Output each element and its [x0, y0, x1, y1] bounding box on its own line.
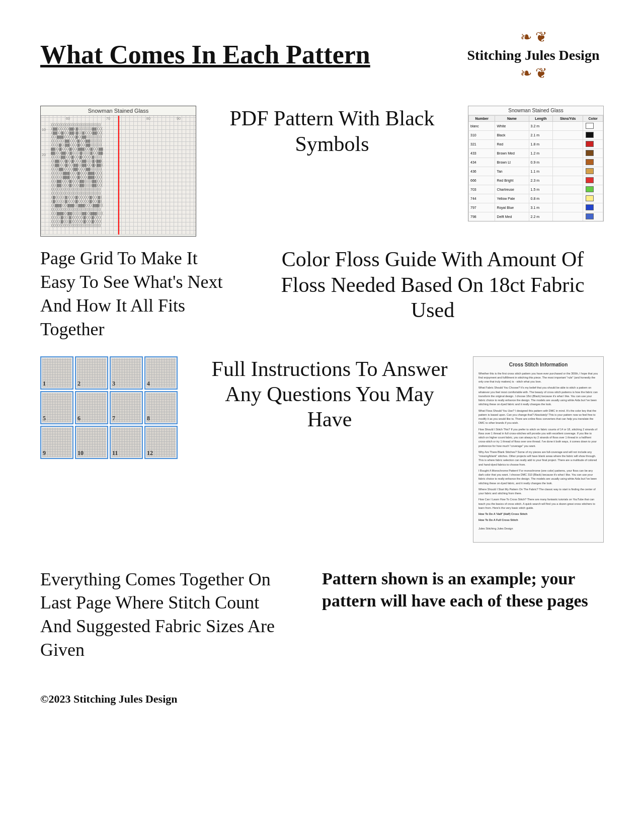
logo-area: ❧ ❦ Stitching Jules Design ❧ ❦	[463, 30, 604, 81]
instructions-body: Whether this is the first cross stitch p…	[478, 371, 598, 530]
logo-ornament-bottom: ❧ ❦	[520, 66, 547, 81]
svg-text:╳╳╳╳╳╳╳╳╳╳╳╳╳╳╳╳╳╳╳╳╳╳╳╳╳: ╳╳╳╳╳╳╳╳╳╳╳╳╳╳╳╳╳╳╳╳╳╳╳╳╳	[50, 191, 101, 195]
pattern-shown-section: Pattern shown is an example; your patter…	[292, 568, 604, 612]
pattern-image-title: Snowman Stained Glass	[41, 106, 196, 116]
thumb-num-9: 9	[43, 449, 46, 457]
instructions-paragraph-7: How Can I Learn How To Cross Stitch? The…	[478, 497, 598, 510]
svg-text:╳╳╳╳▓▓╳╳╳╳╳▓▓╳╳╳╳▓▓╳╳╳╳╳╳: ╳╳╳╳▓▓╳╳╳╳╳▓▓╳╳╳╳▓▓╳╳╳╳╳╳	[50, 167, 102, 171]
instructions-image-title: Cross Stitch Information	[478, 362, 598, 367]
cross-stitch-grid: 10 20 60 70 80 90 ╳╳╳╳╳╳╳╳╳╳╳╳╳╳╳╳╳╳╳╳╳╳…	[41, 116, 196, 235]
instructions-paragraph-3: How Should I Stitch This? If you prefer …	[478, 427, 598, 448]
floss-col-name: Name	[495, 116, 529, 122]
svg-text:╳╳╳╳╳▓▓╳╳╳▓╳╳╳▓╳╳╳╳╳▓╳╳╳╳: ╳╳╳╳╳▓▓╳╳╳▓╳╳╳▓╳╳╳╳╳▓╳╳╳╳	[50, 155, 102, 159]
svg-text:70: 70	[106, 117, 110, 120]
floss-guide-table: Number Name Length Skns/Yds Color blancW…	[468, 115, 603, 221]
full-instructions-label: Full Instructions To Answer Any Question…	[201, 356, 458, 432]
logo-text: Stitching Jules Design	[467, 46, 600, 64]
thumb-num-2: 2	[77, 380, 80, 388]
logo-line1: Stitching Jules Design	[467, 47, 600, 63]
everything-label: Everything Comes Together On Last Page W…	[40, 568, 292, 662]
pattern-image: Snowman Stained Glass	[40, 106, 196, 237]
thumb-cell-8: 8	[144, 391, 178, 424]
svg-text:20: 20	[42, 153, 46, 157]
color-floss-label: Color Floss Guide With Amount Of Floss N…	[262, 247, 604, 323]
floss-guide-title: Snowman Stained Glass	[468, 106, 603, 115]
svg-text:60: 60	[66, 117, 70, 120]
stitch-pattern-svg: 10 20 60 70 80 90 ╳╳╳╳╳╳╳╳╳╳╳╳╳╳╳╳╳╳╳╳╳╳…	[41, 116, 196, 235]
instructions-paragraph-0: Whether this is the first cross stitch p…	[478, 371, 598, 384]
instructions-paragraph-1: What Fabric Should You Choose? It's my b…	[478, 386, 598, 406]
thumb-row-1: 1 2 3 4	[40, 356, 186, 390]
svg-text:╳╳╳▓▓▓╳╳╳╳╳╳▓╳╳▓▓╳╳╳╳╳╳╳╳: ╳╳╳▓▓▓╳╳╳╳╳╳▓╳╳▓▓╳╳╳╳╳╳╳╳	[50, 135, 102, 139]
svg-text:╳╳╳╳╳╳▓▓▓╳╳╳╳▓╳╳╳╳▓▓▓╳╳╳╳: ╳╳╳╳╳╳▓▓▓╳╳╳╳▓╳╳╳╳▓▓▓╳╳╳╳	[50, 171, 103, 175]
svg-text:╳╳▓▓╳╳╳▓╳╳▓╳╳╳╳▓▓╳╳╳▓╳▓▓╳: ╳╳▓▓╳╳╳▓╳╳▓╳╳╳╳▓▓╳╳╳▓╳▓▓╳	[50, 159, 103, 163]
svg-text:╳▓▓╳╳▓╳╳╳▓▓╳▓╳╳▓╳╳╳╳▓▓╳╳╳: ╳▓▓╳╳▓╳╳╳▓▓╳▓╳╳▓╳╳╳╳▓▓╳╳╳	[50, 131, 103, 135]
svg-text:╳╳▓▓╳╳╳▓╳╳╳▓▓╳╳▓▓╳╳╳▓╳▓▓╳: ╳╳▓▓╳╳╳▓╳╳╳▓▓╳╳▓▓╳╳╳▓╳▓▓╳	[50, 163, 103, 167]
thumb-cell-4: 4	[144, 356, 178, 390]
logo-ornament-top: ❧ ❦	[520, 30, 547, 44]
svg-text:▓▓╳╳▓╳╳╳╳▓╳╳╳▓▓▓╳╳╳▓╳╳╳▓▓: ▓▓╳╳▓╳╳╳╳▓╳╳╳▓▓▓╳╳╳▓╳╳╳▓▓	[51, 147, 103, 151]
thumb-num-11: 11	[112, 449, 118, 457]
row3: 1 2 3 4 5 6 7 8 9 10 11 12	[40, 356, 604, 543]
page-grid-label: Page Grid To Make It Easy To See What's …	[40, 247, 231, 341]
thumb-num-1: 1	[43, 380, 46, 388]
svg-text:10: 10	[42, 128, 46, 131]
svg-text:╳╳╳╳╳▓╳╳╳▓╳╳╳╳╳╳▓╳╳╳▓╳╳╳╳: ╳╳╳╳╳▓╳╳╳▓╳╳╳╳╳╳▓╳╳╳▓╳╳╳╳	[50, 215, 102, 219]
how-to-half-title: How To Do A 'Half' (Half) Cross Stitch	[478, 512, 598, 516]
svg-text:╳╳╳╳╳▓╳╳╳▓╳╳╳╳╳╳▓╳╳╳▓╳╳╳╳: ╳╳╳╳╳▓╳╳╳▓╳╳╳╳╳╳▓╳╳╳▓╳╳╳╳	[50, 219, 102, 223]
floss-col-skns: Skns/Yds	[553, 116, 583, 122]
thumb-num-4: 4	[147, 380, 150, 388]
svg-text:╳╳╳╳╳╳╳╳╳╳╳╳╳╳╳╳╳╳╳╳╳╳╳╳╳: ╳╳╳╳╳╳╳╳╳╳╳╳╳╳╳╳╳╳╳╳╳╳╳╳╳	[50, 207, 101, 211]
full-instructions-section: Full Instructions To Answer Any Question…	[186, 356, 473, 432]
page-grid-section: Page Grid To Make It Easy To See What's …	[40, 247, 231, 341]
svg-text:╳╳╳▓▓╳╳╳╳▓╳╳╳╳▓▓╳╳╳╳▓▓╳╳╳: ╳╳╳▓▓╳╳╳╳▓╳╳╳╳▓▓╳╳╳╳▓▓╳╳╳	[50, 183, 103, 187]
svg-text:╳▓╳╳╳╳╳▓╳╳╳╳▓╳╳╳╳╳╳▓╳╳╳▓╳: ╳▓╳╳╳╳╳▓╳╳╳╳▓╳╳╳╳╳╳▓╳╳╳▓╳	[50, 199, 102, 203]
thumb-cell-12: 12	[144, 426, 178, 459]
thumb-row-3: 9 10 11 12	[40, 426, 186, 459]
pdf-pattern-section: PDF Pattern With Black Symbols	[196, 106, 468, 157]
pattern-grid-area: 10 20 60 70 80 90 ╳╳╳╳╳╳╳╳╳╳╳╳╳╳╳╳╳╳╳╳╳╳…	[41, 116, 196, 235]
svg-text:90: 90	[177, 117, 181, 120]
svg-text:╳╳╳╳╳╳▓▓▓╳╳╳╳▓╳╳╳╳▓▓▓╳╳╳╳: ╳╳╳╳╳╳▓▓▓╳╳╳╳▓╳╳╳╳▓▓▓╳╳╳╳	[50, 175, 103, 179]
thumb-cell-7: 7	[110, 391, 143, 424]
svg-text:80: 80	[146, 117, 150, 120]
thumb-cell-11: 11	[110, 426, 143, 459]
thumb-num-8: 8	[147, 415, 150, 422]
floss-col-number: Number	[469, 116, 495, 122]
page-title: What Comes In Each Pattern	[40, 30, 370, 69]
svg-text:╳╳╳▓▓▓╳╳▓▓╳╳╳╳╳▓▓╳╳▓▓▓╳╳╳: ╳╳╳▓▓▓╳╳▓▓╳╳╳╳╳▓▓╳╳▓▓▓╳╳╳	[50, 211, 103, 215]
pdf-pattern-label: PDF Pattern With Black Symbols	[216, 106, 448, 157]
svg-text:╳╳▓▓▓╳╳╳▓▓▓╳╳▓▓▓╳╳╳╳▓▓▓╳╳: ╳╳▓▓▓╳╳╳▓▓▓╳╳▓▓▓╳╳╳╳▓▓▓╳╳	[50, 203, 104, 207]
thumb-cell-6: 6	[75, 391, 108, 424]
footer: ©2023 Stitching Jules Design	[40, 687, 604, 706]
instructions-paragraph-4: Why Are There Blank Stitches? Some of my…	[478, 450, 598, 467]
footer-copyright: ©2023 Stitching Jules Design	[40, 693, 178, 705]
thumb-cell-1: 1	[40, 356, 73, 390]
color-floss-section: Color Floss Guide With Amount Of Floss N…	[231, 247, 604, 323]
header: What Comes In Each Pattern ❧ ❦ Stitching…	[40, 30, 604, 81]
svg-text:╳╳╳╳╳╳╳╳╳╳╳╳╳╳╳╳╳╳╳╳╳╳╳╳╳: ╳╳╳╳╳╳╳╳╳╳╳╳╳╳╳╳╳╳╳╳╳╳╳╳╳	[50, 123, 101, 127]
svg-text:╳╳╳╳╳╳╳╳╳╳╳╳╳╳╳╳╳╳╳╳╳╳╳╳╳: ╳╳╳╳╳╳╳╳╳╳╳╳╳╳╳╳╳╳╳╳╳╳╳╳╳	[50, 223, 101, 228]
thumb-num-3: 3	[112, 380, 115, 388]
instructions-signature: Jules Stitching Jules Design	[478, 526, 598, 530]
floss-col-swatch: Color	[583, 116, 603, 122]
floss-col-length: Length	[529, 116, 552, 122]
svg-text:╳▓▓╳╳╳╳╳╳▓▓╳▓╳╳╳╳╳╳╳▓▓╳╳╳: ╳▓▓╳╳╳╳╳╳▓▓╳▓╳╳╳╳╳╳╳▓▓╳╳╳	[50, 127, 103, 131]
thumb-num-10: 10	[77, 449, 84, 457]
thumbnail-grid: 1 2 3 4 5 6 7 8 9 10 11 12	[40, 356, 186, 461]
instructions-paragraph-2: What Floss Should You Use? I designed th…	[478, 409, 598, 425]
everything-section: Everything Comes Together On Last Page W…	[40, 568, 292, 662]
pattern-shown-label: Pattern shown is an example; your patter…	[322, 568, 604, 612]
svg-text:▓▓╳╳╳▓▓╳╳▓╳╳╳╳▓╳╳╳╳▓╳╳╳▓▓: ▓▓╳╳╳▓▓╳╳▓╳╳╳╳▓╳╳╳╳▓╳╳╳▓▓	[51, 151, 103, 155]
svg-text:╳╳╳▓▓╳╳╳╳▓╳╳╳╳▓▓╳╳╳╳▓▓╳╳╳: ╳╳╳▓▓╳╳╳╳▓╳╳╳╳▓▓╳╳╳╳▓▓╳╳╳	[50, 179, 103, 183]
thumb-cell-9: 9	[40, 426, 73, 459]
svg-text:╳╳╳╳╳╳╳╳╳╳╳╳╳╳╳╳╳╳╳╳╳╳╳╳╳: ╳╳╳╳╳╳╳╳╳╳╳╳╳╳╳╳╳╳╳╳╳╳╳╳╳	[50, 187, 101, 191]
floss-guide-image: Snowman Stained Glass Number Name Length…	[468, 106, 604, 221]
thumb-num-5: 5	[43, 415, 46, 422]
how-to-full-title: How To Do A Full Cross Stitch	[478, 518, 598, 522]
page: What Comes In Each Pattern ❧ ❦ Stitching…	[0, 0, 644, 834]
thumb-num-12: 12	[147, 449, 153, 457]
instructions-paragraph-5: I Bought A Monochrome Pattern! For monoc…	[478, 469, 598, 485]
thumb-num-7: 7	[112, 415, 115, 422]
row2: Page Grid To Make It Easy To See What's …	[40, 247, 604, 341]
